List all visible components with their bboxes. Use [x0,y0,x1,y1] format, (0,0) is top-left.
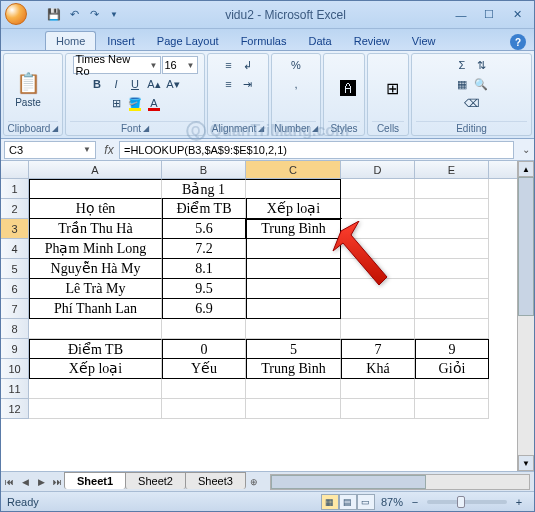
row-header[interactable]: 8 [1,319,29,339]
fill-color-button[interactable]: 🪣 [126,94,144,112]
fill-icon[interactable]: ▦ [453,75,471,93]
bold-button[interactable]: B [88,75,106,93]
zoom-out-icon[interactable]: − [406,493,424,511]
cell[interactable] [415,379,489,399]
cell[interactable] [415,319,489,339]
first-sheet-icon[interactable]: ⏮ [1,474,17,490]
office-button[interactable] [5,3,41,27]
cell[interactable] [341,259,415,279]
row-header[interactable]: 1 [1,179,29,199]
last-sheet-icon[interactable]: ⏭ [49,474,65,490]
close-button[interactable]: ✕ [504,6,530,24]
tab-page-layout[interactable]: Page Layout [146,31,230,50]
sheet-tab-2[interactable]: Sheet2 [125,472,186,489]
cell[interactable]: 7 [341,339,415,359]
cell[interactable]: Trung Bình [246,359,341,379]
cell[interactable]: Điểm TB [162,199,246,219]
row-header[interactable]: 11 [1,379,29,399]
row-header[interactable]: 5 [1,259,29,279]
cell[interactable]: Bảng 1 [162,179,246,199]
cell[interactable] [246,239,341,259]
dialog-launcher-icon[interactable]: ◢ [312,124,318,133]
tab-insert[interactable]: Insert [96,31,146,50]
cell[interactable]: 9.5 [162,279,246,299]
vertical-scrollbar[interactable]: ▲ ▼ [517,161,534,471]
tab-review[interactable]: Review [343,31,401,50]
minimize-button[interactable]: — [448,6,474,24]
zoom-in-icon[interactable]: + [510,493,528,511]
zoom-thumb[interactable] [457,496,465,508]
cell[interactable] [29,379,162,399]
cell[interactable]: 5 [246,339,341,359]
border-button[interactable]: ⊞ [107,94,125,112]
row-header[interactable]: 12 [1,399,29,419]
redo-icon[interactable]: ↷ [85,6,103,24]
cell[interactable]: 6.9 [162,299,246,319]
cell[interactable] [162,319,246,339]
sheet-tab-1[interactable]: Sheet1 [64,472,126,489]
new-sheet-icon[interactable]: ⊕ [246,474,262,490]
cell[interactable] [246,399,341,419]
cell[interactable] [29,399,162,419]
font-size-combo[interactable]: 16▼ [162,56,198,74]
expand-formula-icon[interactable]: ⌄ [518,144,534,155]
cell[interactable] [162,379,246,399]
cell[interactable] [415,259,489,279]
find-icon[interactable]: 🔍 [472,75,490,93]
font-name-combo[interactable]: Times New Ro▼ [73,56,161,74]
row-header[interactable]: 7 [1,299,29,319]
select-all-corner[interactable] [1,161,29,178]
cell[interactable] [415,219,489,239]
cell[interactable]: Giỏi [415,359,489,379]
normal-view-icon[interactable]: ▦ [321,494,339,510]
col-header-d[interactable]: D [341,161,415,178]
fx-icon[interactable]: fx [99,143,119,157]
cell[interactable]: Xếp loại [246,199,341,219]
cells-button[interactable]: ⊞ [372,73,412,105]
dialog-launcher-icon[interactable]: ◢ [258,124,264,133]
tab-home[interactable]: Home [45,31,96,50]
save-icon[interactable]: 💾 [45,6,63,24]
formula-input[interactable]: =HLOOKUP(B3,$A$9:$E$10,2,1) [119,141,514,159]
styles-button[interactable]: 🅰 [328,73,368,105]
scroll-thumb[interactable] [518,177,534,316]
row-header[interactable]: 6 [1,279,29,299]
col-header-e[interactable]: E [415,161,489,178]
prev-sheet-icon[interactable]: ◀ [17,474,33,490]
cell[interactable] [415,279,489,299]
cell[interactable] [341,399,415,419]
cell[interactable] [246,379,341,399]
col-header-a[interactable]: A [29,161,162,178]
tab-view[interactable]: View [401,31,447,50]
help-icon[interactable]: ? [510,34,526,50]
cell[interactable]: 8.1 [162,259,246,279]
cell[interactable] [341,179,415,199]
cell[interactable] [246,259,341,279]
align-left-icon[interactable]: ≡ [220,75,238,93]
cell[interactable]: Trần Thu Hà [29,219,162,239]
cell[interactable]: Phạm Minh Long [29,239,162,259]
underline-button[interactable]: U [126,75,144,93]
cell[interactable] [341,199,415,219]
next-sheet-icon[interactable]: ▶ [33,474,49,490]
row-header[interactable]: 9 [1,339,29,359]
italic-button[interactable]: I [107,75,125,93]
autosum-button[interactable]: Σ [453,56,471,74]
cell[interactable]: Điểm TB [29,339,162,359]
cell[interactable] [246,179,341,199]
scroll-up-icon[interactable]: ▲ [518,161,534,177]
row-header[interactable]: 3 [1,219,29,239]
wrap-text-icon[interactable]: ↲ [239,56,257,74]
horizontal-scrollbar[interactable] [270,474,530,490]
cell[interactable] [162,399,246,419]
dialog-launcher-icon[interactable]: ◢ [52,124,58,133]
sheet-tab-3[interactable]: Sheet3 [185,472,246,489]
cell[interactable] [415,199,489,219]
page-break-view-icon[interactable]: ▭ [357,494,375,510]
cell[interactable]: Nguyễn Hà My [29,259,162,279]
row-header[interactable]: 4 [1,239,29,259]
row-header[interactable]: 2 [1,199,29,219]
cell[interactable]: Xếp loại [29,359,162,379]
page-layout-view-icon[interactable]: ▤ [339,494,357,510]
cell[interactable] [29,319,162,339]
